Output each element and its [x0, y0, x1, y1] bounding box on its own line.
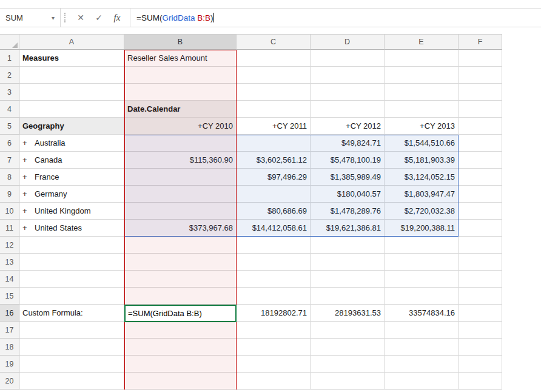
- cell-B13[interactable]: [124, 254, 237, 271]
- cell-C20[interactable]: [237, 373, 311, 390]
- cell-F20[interactable]: [459, 373, 502, 390]
- cell-D6[interactable]: $49,824.71: [311, 135, 385, 152]
- cell-D11[interactable]: $19,621,386.81: [311, 220, 385, 237]
- cell-F11[interactable]: [459, 220, 502, 237]
- cell-D20[interactable]: [311, 373, 385, 390]
- row-header-16[interactable]: 16: [0, 305, 19, 322]
- cell-B11[interactable]: $373,967.68: [124, 220, 237, 237]
- row-header-15[interactable]: 15: [0, 288, 19, 305]
- cell-F2[interactable]: [459, 67, 502, 84]
- cell-A15[interactable]: [19, 288, 124, 305]
- cell-F1[interactable]: [459, 50, 502, 67]
- cell-D1[interactable]: [311, 50, 385, 67]
- row-header-9[interactable]: 9: [0, 186, 19, 203]
- row-header-14[interactable]: 14: [0, 271, 19, 288]
- cell-C15[interactable]: [237, 288, 311, 305]
- cell-B1[interactable]: Reseller Sales Amount: [124, 50, 237, 67]
- cell-E3[interactable]: [385, 84, 459, 101]
- cell-F8[interactable]: [459, 169, 502, 186]
- cell-A4[interactable]: [19, 101, 124, 118]
- cell-E10[interactable]: $2,720,032.38: [385, 203, 459, 220]
- column-header-B[interactable]: B: [124, 34, 237, 50]
- cell-A19[interactable]: [19, 356, 124, 373]
- chevron-down-icon[interactable]: ▾: [52, 15, 55, 21]
- cell-E2[interactable]: [385, 67, 459, 84]
- cell-C19[interactable]: [237, 356, 311, 373]
- cell-B15[interactable]: [124, 288, 237, 305]
- cell-D12[interactable]: [311, 237, 385, 254]
- cell-E18[interactable]: [385, 339, 459, 356]
- cell-C12[interactable]: [237, 237, 311, 254]
- row-header-17[interactable]: 17: [0, 322, 19, 339]
- expand-icon[interactable]: +: [22, 223, 29, 232]
- row-header-3[interactable]: 3: [0, 84, 19, 101]
- row-header-12[interactable]: 12: [0, 237, 19, 254]
- expand-icon[interactable]: +: [22, 172, 29, 181]
- expand-icon[interactable]: +: [22, 155, 29, 164]
- cell-E8[interactable]: $3,124,052.15: [385, 169, 459, 186]
- cell-A18[interactable]: [19, 339, 124, 356]
- cell-C1[interactable]: [237, 50, 311, 67]
- cell-A5[interactable]: Geography: [19, 118, 124, 135]
- cell-F5[interactable]: [459, 118, 502, 135]
- cell-E7[interactable]: $5,181,903.39: [385, 152, 459, 169]
- expand-icon[interactable]: +: [22, 138, 29, 147]
- name-box[interactable]: SUM ▾: [0, 8, 61, 27]
- cell-F15[interactable]: [459, 288, 502, 305]
- cell-C18[interactable]: [237, 339, 311, 356]
- row-header-2[interactable]: 2: [0, 67, 19, 84]
- cell-B3[interactable]: [124, 84, 237, 101]
- cell-A11[interactable]: + United States: [19, 220, 124, 237]
- cell-E9[interactable]: $1,803,947.47: [385, 186, 459, 203]
- cell-A3[interactable]: [19, 84, 124, 101]
- cancel-icon[interactable]: ✕: [72, 8, 90, 27]
- cell-F7[interactable]: [459, 152, 502, 169]
- cell-B18[interactable]: [124, 339, 237, 356]
- cell-D9[interactable]: $180,040.57: [311, 186, 385, 203]
- cell-B6[interactable]: [124, 135, 237, 152]
- active-cell-editor[interactable]: =SUM(GridData B:B): [124, 305, 237, 322]
- cell-F12[interactable]: [459, 237, 502, 254]
- column-header-C[interactable]: C: [237, 34, 311, 50]
- column-header-D[interactable]: D: [311, 34, 385, 50]
- cell-D5[interactable]: +CY 2012: [311, 118, 385, 135]
- cell-E14[interactable]: [385, 271, 459, 288]
- cell-C10[interactable]: $80,686.69: [237, 203, 311, 220]
- cell-C8[interactable]: $97,496.29: [237, 169, 311, 186]
- cell-F16[interactable]: [459, 305, 502, 322]
- cell-B2[interactable]: [124, 67, 237, 84]
- row-header-19[interactable]: 19: [0, 356, 19, 373]
- row-header-18[interactable]: 18: [0, 339, 19, 356]
- cell-B7[interactable]: $115,360.90: [124, 152, 237, 169]
- cell-F6[interactable]: [459, 135, 502, 152]
- cell-C7[interactable]: $3,602,561.12: [237, 152, 311, 169]
- cell-B10[interactable]: [124, 203, 237, 220]
- cell-D3[interactable]: [311, 84, 385, 101]
- cell-D8[interactable]: $1,385,989.49: [311, 169, 385, 186]
- row-header-10[interactable]: 10: [0, 203, 19, 220]
- row-header-4[interactable]: 4: [0, 101, 19, 118]
- row-header-5[interactable]: 5: [0, 118, 19, 135]
- enter-icon[interactable]: ✓: [90, 8, 108, 27]
- cell-E6[interactable]: $1,544,510.66: [385, 135, 459, 152]
- select-all-button[interactable]: [0, 34, 19, 50]
- formula-input[interactable]: =SUM( GridData B:B ): [136, 13, 541, 22]
- cell-D13[interactable]: [311, 254, 385, 271]
- cell-D15[interactable]: [311, 288, 385, 305]
- cell-F9[interactable]: [459, 186, 502, 203]
- column-header-E[interactable]: E: [385, 34, 459, 50]
- column-header-F[interactable]: F: [459, 34, 502, 50]
- cell-A12[interactable]: [19, 237, 124, 254]
- cell-B14[interactable]: [124, 271, 237, 288]
- row-header-20[interactable]: 20: [0, 373, 19, 390]
- row-header-8[interactable]: 8: [0, 169, 19, 186]
- cell-E5[interactable]: +CY 2013: [385, 118, 459, 135]
- cell-B4[interactable]: Date.Calendar: [124, 101, 237, 118]
- cell-F4[interactable]: [459, 101, 502, 118]
- cell-A2[interactable]: [19, 67, 124, 84]
- cell-A14[interactable]: [19, 271, 124, 288]
- cell-F10[interactable]: [459, 203, 502, 220]
- cell-E13[interactable]: [385, 254, 459, 271]
- cell-D18[interactable]: [311, 339, 385, 356]
- cell-A17[interactable]: [19, 322, 124, 339]
